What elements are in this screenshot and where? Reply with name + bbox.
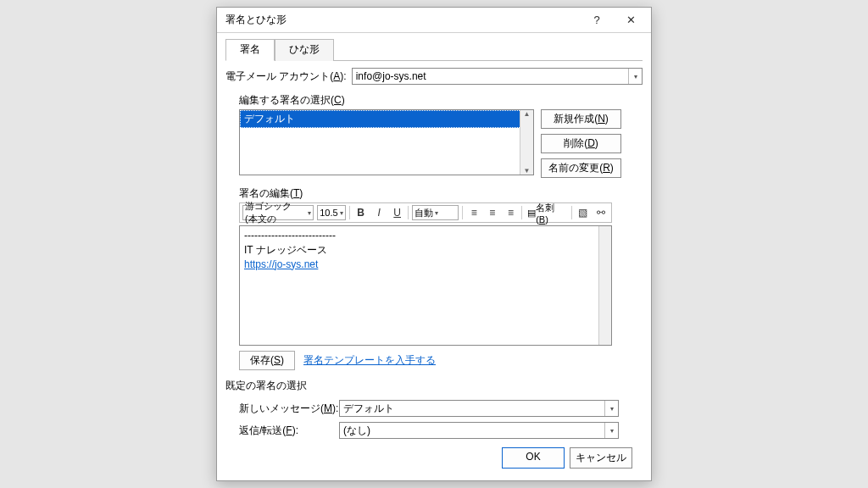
underline-button[interactable]: U — [390, 205, 405, 220]
titlebar: 署名とひな形 ? ✕ — [217, 8, 651, 33]
separator — [408, 206, 409, 219]
template-link[interactable]: 署名テンプレートを入手する — [303, 353, 436, 368]
editor-link[interactable]: https://jo-sys.net — [244, 258, 318, 270]
image-button[interactable]: ▧ — [576, 205, 591, 220]
align-center-button[interactable]: ≡ — [485, 205, 500, 220]
tab-signature[interactable]: 署名 — [225, 39, 275, 61]
editor-scrollbar[interactable] — [598, 226, 611, 345]
editor-line: --------------------------- — [244, 229, 607, 243]
new-signature-button[interactable]: 新規作成(N) — [541, 109, 621, 129]
ok-button[interactable]: OK — [502, 447, 565, 469]
editor-line: https://jo-sys.net — [244, 258, 607, 272]
color-value: 自動 — [415, 207, 433, 219]
size-dropdown[interactable]: 10.5▾ — [317, 205, 345, 220]
siglist-label: 編集する署名の選択(C) — [239, 93, 643, 108]
dialog-body: 署名 ひな形 電子メール アカウント(A): info@jo-sys.net ▾… — [217, 33, 651, 480]
align-right-button[interactable]: ≡ — [504, 205, 519, 220]
signature-listbox[interactable]: デフォルト ▲ ▼ — [239, 109, 534, 175]
listbox-scrollbar[interactable]: ▲ ▼ — [520, 110, 533, 175]
close-icon: ✕ — [626, 14, 636, 26]
separator — [521, 206, 522, 219]
newmsg-dropdown[interactable]: デフォルト ▾ — [339, 400, 619, 417]
separator — [571, 206, 572, 219]
rename-signature-button[interactable]: 名前の変更(R) — [541, 158, 621, 178]
chevron-down-icon: ▾ — [308, 209, 311, 217]
link-button[interactable]: ⚯ — [593, 205, 609, 220]
font-value: 游ゴシック (本文の — [245, 200, 306, 225]
format-toolbar: 游ゴシック (本文の▾ 10.5▾ B I U 自動▾ ≡ ≡ ≡ ▤ 名刺(B… — [239, 202, 612, 223]
editor-line: IT ナレッジベース — [244, 243, 607, 258]
newmsg-value: デフォルト — [343, 402, 394, 416]
bcard-label: 名刺(B) — [536, 202, 566, 225]
siglist-buttons: 新規作成(N) 削除(D) 名前の変更(R) — [541, 109, 621, 178]
dialog-footer: OK キャンセル — [225, 439, 643, 469]
newmsg-label: 新しいメッセージ(M): — [239, 402, 339, 416]
account-value: info@jo-sys.net — [356, 70, 426, 82]
bold-button[interactable]: B — [353, 205, 369, 220]
align-left-button[interactable]: ≡ — [466, 205, 481, 220]
editsig-label: 署名の編集(T) — [239, 186, 643, 201]
account-row: 電子メール アカウント(A): info@jo-sys.net ▾ — [225, 68, 643, 85]
scroll-up-icon: ▲ — [524, 110, 531, 118]
reply-label: 返信/転送(F): — [239, 424, 339, 438]
size-value: 10.5 — [320, 208, 337, 218]
reply-row: 返信/転送(F): (なし) ▾ — [239, 422, 643, 439]
cancel-button[interactable]: キャンセル — [570, 447, 632, 469]
delete-signature-button[interactable]: 削除(D) — [541, 134, 621, 153]
dialog-title: 署名とひな形 — [225, 13, 580, 27]
tabs: 署名 ひな形 — [225, 38, 643, 61]
signature-editor[interactable]: --------------------------- IT ナレッジベース h… — [239, 225, 612, 346]
bcard-icon: ▤ — [527, 208, 536, 219]
list-item[interactable]: デフォルト — [240, 110, 533, 128]
save-row: 保存(S) 署名テンプレートを入手する — [239, 351, 643, 370]
close-button[interactable]: ✕ — [614, 8, 648, 32]
chevron-down-icon: ▾ — [340, 209, 343, 217]
tab-stationery[interactable]: ひな形 — [275, 39, 334, 61]
account-label: 電子メール アカウント(A): — [225, 69, 347, 84]
reply-dropdown[interactable]: (なし) ▾ — [339, 422, 619, 439]
business-card-button[interactable]: ▤ 名刺(B) — [526, 205, 568, 220]
signature-dialog: 署名とひな形 ? ✕ 署名 ひな形 電子メール アカウント(A): info@j… — [216, 7, 652, 481]
italic-button[interactable]: I — [371, 205, 387, 220]
help-button[interactable]: ? — [580, 8, 614, 32]
separator — [349, 206, 350, 219]
scroll-down-icon: ▼ — [524, 167, 531, 175]
reply-value: (なし) — [343, 424, 370, 438]
defaults-label: 既定の署名の選択 — [225, 379, 643, 393]
font-dropdown[interactable]: 游ゴシック (本文の▾ — [242, 205, 314, 220]
newmsg-row: 新しいメッセージ(M): デフォルト ▾ — [239, 400, 643, 417]
account-dropdown[interactable]: info@jo-sys.net ▾ — [352, 68, 643, 85]
color-dropdown[interactable]: 自動▾ — [412, 205, 459, 220]
siglist-row: デフォルト ▲ ▼ 新規作成(N) 削除(D) 名前の変更(R) — [239, 109, 643, 178]
chevron-down-icon: ▾ — [628, 69, 642, 84]
separator — [462, 206, 463, 219]
save-button[interactable]: 保存(S) — [239, 351, 295, 370]
chevron-down-icon: ▾ — [604, 401, 618, 416]
chevron-down-icon: ▾ — [435, 209, 438, 217]
chevron-down-icon: ▾ — [604, 423, 618, 438]
